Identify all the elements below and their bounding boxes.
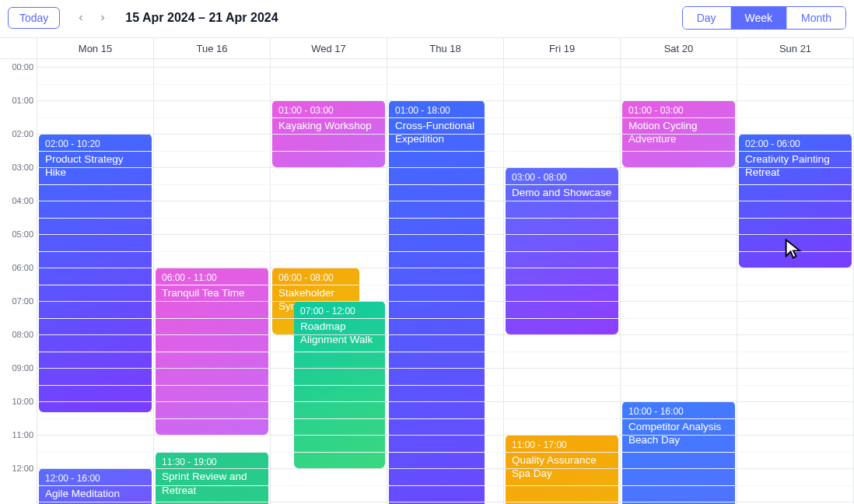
hour-label: 03:00 [0,163,33,172]
hour-gridline [37,100,854,101]
hour-gridline [37,468,854,469]
hour-gridline [37,401,854,402]
calendar-header: Today 15 Apr 2024 – 21 Apr 2024 Day Week… [0,0,854,37]
half-hour-gridline [37,352,854,352]
hour-gridline [37,301,854,302]
half-hour-gridline [37,485,854,486]
half-hour-gridline [37,418,854,419]
day-column[interactable]: 02:00 - 10:20Product Strategy Hike12:00 … [37,59,154,504]
event-time-label: 11:00 - 17:00 [512,439,612,452]
hour-label: 10:00 [0,397,33,406]
event-title: Sprint Review and Retreat [162,470,262,497]
hour-label: 05:00 [0,229,33,239]
hour-label: 12:00 [0,464,33,473]
half-hour-gridline [37,184,854,185]
view-month-button[interactable]: Month [786,7,845,29]
calendar-event[interactable]: 11:00 - 17:00Quality Assurance Spa Day [506,435,618,504]
event-time-label: 02:00 - 10:20 [45,138,145,151]
hour-gridline [37,134,854,135]
hour-label: 06:00 [0,263,33,272]
event-title: Roadmap Alignment Walk [300,320,379,347]
day-headers-row: Mon 15Tue 16Wed 17Thu 18Fri 19Sat 20Sun … [0,37,854,59]
hour-label: 00:00 [0,62,33,72]
event-time-label: 03:00 - 08:00 [512,172,612,184]
event-time-label: 10:00 - 16:00 [628,406,729,418]
event-title: Tranquil Tea Time [162,286,262,300]
hour-gridline [37,268,854,268]
calendar-event[interactable]: 11:30 - 19:00Sprint Review and Retreat [156,452,268,505]
view-switch: Day Week Month [682,6,846,30]
day-header[interactable]: Mon 15 [37,38,154,58]
date-range-label: 15 Apr 2024 – 21 Apr 2024 [119,11,278,25]
hour-label: 07:00 [0,296,33,306]
chevron-left-icon [76,13,86,23]
event-title: Motion Cycling Adventure [628,119,729,146]
hour-label: 11:00 [0,430,33,439]
time-gutter-header [0,38,37,58]
day-header[interactable]: Wed 17 [271,38,387,58]
half-hour-gridline [37,84,854,85]
hour-label: 08:00 [0,330,33,339]
day-header[interactable]: Tue 16 [154,38,271,58]
day-column[interactable]: 01:00 - 03:00Motion Cycling Adventure10:… [621,59,737,504]
hour-gridline [37,234,854,235]
hour-label: 02:00 [0,129,33,138]
calendar-event[interactable]: 10:00 - 16:00Competitor Analysis Beach D… [622,401,735,504]
event-time-label: 01:00 - 03:00 [278,105,379,117]
day-column[interactable]: 06:00 - 11:00Tranquil Tea Time11:30 - 19… [154,59,271,504]
event-title: Product Strategy Hike [45,152,145,180]
half-hour-gridline [37,385,854,386]
event-time-label: 06:00 - 11:00 [162,272,262,285]
view-week-button[interactable]: Week [730,7,787,29]
half-hour-gridline [37,218,854,219]
hour-gridline [37,67,854,68]
half-hour-gridline [37,318,854,319]
event-time-label: 06:00 - 08:00 [278,272,353,285]
day-header[interactable]: Fri 19 [504,38,621,58]
hour-label: 01:00 [0,96,33,105]
event-time-label: 12:00 - 16:00 [45,473,145,485]
event-title: Quality Assurance Spa Day [512,453,612,481]
event-title: Kayaking Workshop [278,119,379,133]
day-header[interactable]: Sat 20 [621,38,737,58]
hour-gridline [37,334,854,335]
day-column[interactable]: 01:00 - 18:00Cross-Functional Expedition [387,59,504,504]
hour-gridline [37,435,854,436]
header-left: Today 15 Apr 2024 – 21 Apr 2024 [8,7,278,29]
hour-gridline [37,201,854,201]
hour-gridline [37,368,854,369]
next-week-button[interactable] [94,9,111,26]
calendar-body: 00:0001:0002:0003:0004:0005:0006:0007:00… [0,59,854,504]
event-time-label: 07:00 - 12:00 [300,306,379,318]
calendar-event[interactable]: 02:00 - 10:20Product Strategy Hike [39,134,152,412]
half-hour-gridline [37,151,854,152]
event-title: Agile Meditation [45,487,145,501]
day-header[interactable]: Thu 18 [387,38,504,58]
calendar-event[interactable]: 01:00 - 18:00Cross-Functional Expedition [389,100,485,504]
day-column[interactable]: 03:00 - 08:00Demo and Showcase11:00 - 17… [504,59,621,504]
event-time-label: 02:00 - 06:00 [745,138,845,151]
event-title: Demo and Showcase [512,186,612,200]
hour-gridline [37,502,854,502]
time-gutter: 00:0001:0002:0003:0004:0005:0006:0007:00… [0,59,37,504]
day-header[interactable]: Sun 21 [737,38,854,58]
prev-week-button[interactable] [72,9,89,26]
day-column[interactable]: 01:00 - 03:00Kayaking Workshop06:00 - 08… [271,59,387,504]
half-hour-gridline [37,117,854,118]
half-hour-gridline [37,452,854,453]
hour-gridline [37,167,854,168]
view-day-button[interactable]: Day [683,7,730,29]
calendar-grid[interactable]: 02:00 - 10:20Product Strategy Hike12:00 … [37,59,854,504]
event-time-label: 11:30 - 19:00 [162,457,262,469]
date-nav [68,9,111,26]
today-button[interactable]: Today [8,7,60,29]
day-column[interactable]: 02:00 - 06:00Creativity Painting Retreat [737,59,854,504]
event-title: Creativity Painting Retreat [745,152,845,180]
half-hour-gridline [37,251,854,252]
calendar-event[interactable]: 12:00 - 16:00Agile Meditation [39,468,152,504]
chevron-right-icon [98,13,107,23]
hour-label: 09:00 [0,363,33,373]
calendar: Mon 15Tue 16Wed 17Thu 18Fri 19Sat 20Sun … [0,37,854,504]
event-time-label: 01:00 - 18:00 [395,105,478,117]
hour-label: 04:00 [0,196,33,205]
